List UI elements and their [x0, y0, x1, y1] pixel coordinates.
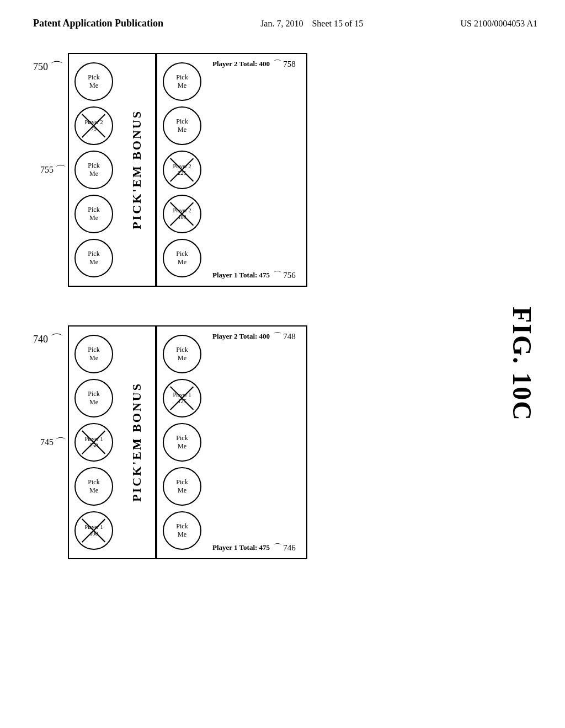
bottom-left-circle-4[interactable]: PickMe — [74, 467, 113, 506]
bottom-left-circles: PickMe PickMe Player 1250 PickMe — [69, 326, 119, 558]
top-right-circle-2[interactable]: PickMe — [163, 106, 201, 145]
bottom-player2-total: Player 2 Total: 400 — [212, 332, 270, 341]
top-panel-id: 750 — [33, 61, 48, 73]
top-panel-bracket: ⌒ — [50, 58, 63, 76]
bottom-right-circle-3[interactable]: PickMe — [163, 423, 201, 462]
top-p1-bracket: ⌒ — [273, 270, 282, 281]
patent-number: US 2100/0004053 A1 — [460, 17, 537, 31]
top-center-text: PICK'EM BONUS — [130, 110, 144, 229]
top-game-panel: PickMe Player 275 PickMe PickMe — [68, 53, 307, 287]
top-panel-area: 750 ⌒ 755 ⌒ PickMe — [33, 53, 307, 287]
top-sub-label: 755 — [40, 165, 54, 175]
top-left-circles: PickMe Player 275 PickMe PickMe — [69, 54, 119, 286]
bottom-game-panel: PickMe PickMe Player 1250 PickMe — [68, 325, 307, 559]
bottom-p2-id-row: ⌒ 748 — [273, 331, 296, 342]
bottom-left-circle-3[interactable]: Player 1250 — [74, 423, 113, 462]
top-player1-total-row: Player 1 Total: 475 ⌒ 756 — [212, 270, 301, 281]
bottom-right-circle-4[interactable]: PickMe — [163, 467, 201, 506]
top-left-circle-1[interactable]: PickMe — [74, 62, 113, 101]
bottom-right-circle-2[interactable]: Player 1125 — [163, 379, 201, 417]
top-player1-total: Player 1 Total: 475 — [212, 271, 270, 280]
top-left-circle-5[interactable]: PickMe — [74, 239, 113, 277]
top-right-circle-4[interactable]: Player 2100 — [163, 195, 201, 233]
top-left-circle-2[interactable]: Player 275 — [74, 106, 113, 145]
content-area: 750 ⌒ 755 ⌒ PickMe — [11, 36, 554, 570]
top-panel-center: PICK'EM BONUS — [119, 54, 155, 286]
top-right-circle-1[interactable]: PickMe — [163, 62, 201, 101]
bottom-p2-bracket: ⌒ — [273, 331, 282, 342]
top-right-circle-3[interactable]: Player 2225 — [163, 151, 201, 189]
top-player2-total-row: Player 2 Total: 400 ⌒ 758 — [212, 58, 301, 70]
bottom-sub-label: 745 — [40, 437, 54, 447]
bottom-sub-bracket: ⌒ — [55, 435, 66, 449]
top-p1-id: 756 — [283, 271, 296, 280]
date-label: Jan. 7, 2010 — [260, 19, 303, 28]
top-left-circle-3[interactable]: PickMe — [74, 151, 113, 189]
top-p2-id: 758 — [283, 60, 296, 69]
bottom-left-circle-2[interactable]: PickMe — [74, 379, 113, 417]
page-header: Patent Application Publication Jan. 7, 2… — [11, 11, 554, 36]
bottom-right-circle-5[interactable]: PickMe — [163, 511, 201, 550]
bottom-player2-total-row: Player 2 Total: 400 ⌒ 748 — [212, 331, 301, 342]
top-p2-id-row: ⌒ 758 — [273, 58, 296, 70]
top-right-section: PickMe PickMe Player 2225 — [155, 54, 306, 286]
sheet-label: Sheet 15 of 15 — [312, 19, 363, 28]
bottom-right-circle-1[interactable]: PickMe — [163, 335, 201, 373]
bottom-p2-id: 748 — [283, 332, 296, 341]
top-p2-bracket: ⌒ — [273, 58, 282, 70]
bottom-left-circle-5[interactable]: Player 1100 — [74, 511, 113, 550]
bottom-right-circles: PickMe Player 1125 PickMe — [156, 326, 207, 558]
top-p1-id-row: ⌒ 756 — [273, 270, 296, 281]
top-player2-total: Player 2 Total: 400 — [212, 60, 270, 68]
top-totals: Player 2 Total: 400 ⌒ 758 Player 1 Total… — [207, 54, 306, 286]
bottom-panel-id: 740 — [33, 334, 48, 345]
bottom-p1-id: 746 — [283, 543, 296, 553]
bottom-player1-total: Player 1 Total: 475 — [212, 543, 270, 552]
top-right-circle-5[interactable]: PickMe — [163, 239, 201, 277]
bottom-p1-bracket: ⌒ — [273, 542, 282, 554]
figure-label: FIG. 10C — [507, 307, 537, 421]
bottom-right-section: PickMe Player 1125 PickMe — [155, 326, 306, 558]
top-right-circles: PickMe PickMe Player 2225 — [156, 54, 207, 286]
bottom-panel-bracket: ⌒ — [50, 331, 63, 349]
header-center: Jan. 7, 2010 Sheet 15 of 15 — [260, 17, 363, 31]
bottom-panel-center: PICK'EM BONUS — [119, 326, 155, 558]
bottom-p1-id-row: ⌒ 746 — [273, 542, 296, 554]
top-sub-bracket: ⌒ — [55, 162, 66, 177]
publication-label: Patent Application Publication — [33, 17, 163, 30]
bottom-player1-total-row: Player 1 Total: 475 ⌒ 746 — [212, 542, 301, 554]
bottom-panel-area: 740 ⌒ 745 ⌒ PickMe — [33, 325, 307, 559]
bottom-totals: Player 2 Total: 400 ⌒ 748 Player 1 Total… — [207, 326, 306, 558]
page: Patent Application Publication Jan. 7, 2… — [0, 0, 565, 728]
bottom-left-circle-1[interactable]: PickMe — [74, 335, 113, 373]
bottom-center-text: PICK'EM BONUS — [130, 382, 144, 502]
top-left-circle-4[interactable]: PickMe — [74, 195, 113, 233]
